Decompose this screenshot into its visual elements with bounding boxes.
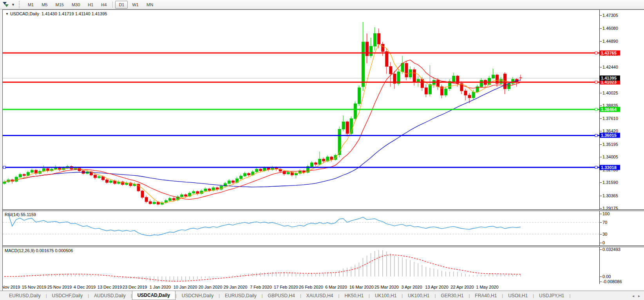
chart-tab-usoil-h1[interactable]: USOil,H1: [503, 291, 533, 300]
macd-axis-tick: 0.00: [602, 274, 611, 279]
line-handle[interactable]: [595, 108, 597, 111]
chart-tab-usdcnh-daily[interactable]: USDCNH,Daily: [177, 291, 219, 300]
date-axis-label: 4 Dec 2019: [74, 285, 96, 289]
price-axis-tick: 1.29175: [602, 206, 618, 209]
toolbar-grip[interactable]: [19, 1, 22, 8]
date-axis-label: 1 Jan 2020: [150, 285, 171, 289]
timeframe-button-m15[interactable]: M15: [52, 1, 67, 9]
date-axis-label: 15 Nov 2019: [22, 285, 46, 289]
price-chart-panel: ▼USDCAD,Daily 1.41430 1.41719 1.41140 1.…: [3, 10, 644, 209]
macd-axis-tick: -0.008086: [602, 279, 622, 284]
candlestick-chart[interactable]: [3, 10, 600, 209]
chart-tab-uk100-h1[interactable]: UK100,H1: [403, 291, 434, 300]
chart-tab-uk100-h1[interactable]: UK100,H1: [370, 291, 402, 300]
rsi-title: RSI(14): [5, 212, 20, 217]
date-axis-label: 23 Dec 2019: [123, 285, 147, 289]
price-line-badge: 1.43765: [600, 51, 620, 56]
rsi-panel: RSI(14) 55.1159 10070300: [3, 211, 644, 245]
chart-tab-usdjpy-h1[interactable]: USDJPY,H1: [534, 291, 569, 300]
dropdown-caret-icon[interactable]: ▼: [10, 3, 16, 7]
date-axis-label: 17 Feb 2020: [274, 285, 298, 289]
chart-tab-usdcad-daily[interactable]: USDCAD,Daily: [132, 291, 175, 300]
macd-plot[interactable]: MACD(12,26,9) 0.001675 0.000506: [3, 247, 600, 284]
line-handle[interactable]: [595, 52, 597, 54]
rsi-label: RSI(14) 55.1159: [5, 212, 36, 217]
date-axis-label: 22 Apr 2020: [450, 285, 474, 289]
price-axis-tick: 1.44890: [602, 39, 618, 44]
chart-tab-gbpusd-h4[interactable]: GBPUSD,H4: [263, 291, 300, 300]
price-axis-tick: 1.31590: [602, 180, 618, 185]
date-axis-label: 6 Nov 2019: [3, 285, 20, 289]
timeframe-button-m1[interactable]: M1: [24, 1, 37, 9]
chart-tab-ger30-h1[interactable]: GER30,H1: [436, 291, 469, 300]
timeframe-button-w1[interactable]: W1: [128, 1, 142, 9]
price-chart-plot[interactable]: ▼USDCAD,Daily 1.41430 1.41719 1.41140 1.…: [3, 10, 600, 209]
chart-tab-fra40-h1[interactable]: FRA40,H1: [470, 291, 502, 300]
price-axis-tick: 1.42440: [602, 65, 618, 69]
chart-tab-eurusd-daily[interactable]: EURUSD,Daily: [220, 291, 262, 300]
line-handle[interactable]: [595, 134, 597, 136]
macd-panel: MACD(12,26,9) 0.001675 0.000506 0.032493…: [3, 247, 644, 284]
chart-tab-xauusd-h4[interactable]: XAUUSD,H4: [301, 291, 338, 300]
chart-tab-usdchf-daily[interactable]: USDCHF,Daily: [47, 291, 88, 300]
price-axis-tick: 1.47305: [602, 13, 618, 18]
rsi-plot[interactable]: RSI(14) 55.1159: [3, 211, 600, 245]
macd-title: MACD(12,26,9): [5, 248, 34, 253]
rsi-value: 55.1159: [21, 212, 36, 217]
chart-symbol-period: USDCAD,Daily: [10, 11, 39, 16]
price-axis-tick: 1.40025: [602, 91, 618, 95]
price-axis-tick: 1.46080: [602, 26, 618, 31]
timeframe-button-mn[interactable]: MN: [143, 1, 157, 9]
toolbar-divider: [112, 2, 113, 8]
line-handle[interactable]: [595, 81, 597, 83]
rsi-axis-tick: 70: [602, 220, 607, 225]
date-axis-label: 1 May 2020: [476, 285, 498, 289]
date-axis-label: 10 Jan 2020: [174, 285, 197, 289]
top-toolbar: ▼ M1M5M15M30H1H4D1W1MN: [0, 0, 644, 9]
chart-tab-audusd-daily[interactable]: AUDUSD,Daily: [89, 291, 131, 300]
chart-title: ▼USDCAD,Daily 1.41430 1.41719 1.41140 1.…: [5, 11, 107, 16]
date-axis-label: 13 Apr 2020: [425, 285, 448, 289]
line-handle[interactable]: [595, 166, 597, 169]
macd-label: MACD(12,26,9) 0.001675 0.000506: [5, 248, 73, 253]
macd-values: 0.001675 0.000506: [36, 248, 73, 253]
date-axis-label: 6 Mar 2020: [325, 285, 347, 289]
rsi-chart[interactable]: [3, 211, 600, 245]
timeframe-button-m5[interactable]: M5: [38, 1, 51, 9]
date-axis-label: 29 Jan 2020: [224, 285, 248, 289]
timeframe-toolbar: M1M5M15M30H1H4D1W1MN: [24, 1, 157, 9]
date-axis[interactable]: 6 Nov 201915 Nov 201925 Nov 20194 Dec 20…: [3, 284, 644, 291]
chart-tab-eurusd-daily[interactable]: EURUSD,Daily: [4, 291, 46, 300]
macd-chart[interactable]: [3, 247, 600, 284]
chart-tab-hk50-h1[interactable]: HK50,H1: [339, 291, 369, 300]
date-axis-label: 13 Dec 2019: [98, 285, 122, 289]
rsi-axis[interactable]: 10070300: [600, 211, 644, 245]
date-axis-label: 16 Mar 2020: [349, 285, 374, 289]
date-axis-label: 20 Jan 2020: [199, 285, 223, 289]
rsi-axis-tick: 30: [602, 232, 607, 236]
current-price-badge: 1.41395: [600, 76, 620, 81]
tab-scroll-left-icon[interactable]: ◂: [632, 294, 634, 298]
timeframe-button-m30[interactable]: M30: [68, 1, 83, 9]
price-axis-tick: 1.30365: [602, 193, 618, 198]
charts-toolbar-icon[interactable]: [3, 2, 9, 8]
timeframe-button-d1[interactable]: D1: [115, 1, 128, 9]
macd-axis-tick: 0.032493: [602, 247, 620, 252]
price-axis[interactable]: 1.473051.460801.448901.436651.424401.412…: [600, 10, 644, 209]
price-line-badge: 1.33018: [600, 165, 620, 170]
timeframe-button-h1[interactable]: H1: [84, 1, 97, 9]
date-axis-label: 26 Feb 2020: [299, 285, 323, 289]
macd-axis[interactable]: 0.0324930.00-0.008086: [600, 247, 644, 284]
chart-ohlc-values: 1.41430 1.41719 1.41140 1.41395: [42, 11, 107, 16]
date-axis-label: 25 Nov 2019: [47, 285, 72, 289]
price-line-badge: 1.36015: [600, 133, 620, 138]
date-axis-label: 7 Feb 2020: [250, 285, 272, 289]
rsi-axis-tick: 100: [602, 211, 610, 216]
line-handle[interactable]: [3, 166, 5, 169]
timeframe-button-h4[interactable]: H4: [98, 1, 110, 9]
price-axis-tick: 1.37610: [602, 116, 618, 121]
chart-tab-bar: EURUSD,Daily|USDCHF,Daily|AUDUSD,Daily|U…: [0, 291, 644, 300]
tab-scroll-right-icon[interactable]: ▸: [638, 294, 640, 298]
trading-terminal: { "toolbar": { "timeframe_groups": [["M1…: [0, 0, 644, 300]
chart-title-marker-icon[interactable]: ▼: [5, 12, 9, 16]
